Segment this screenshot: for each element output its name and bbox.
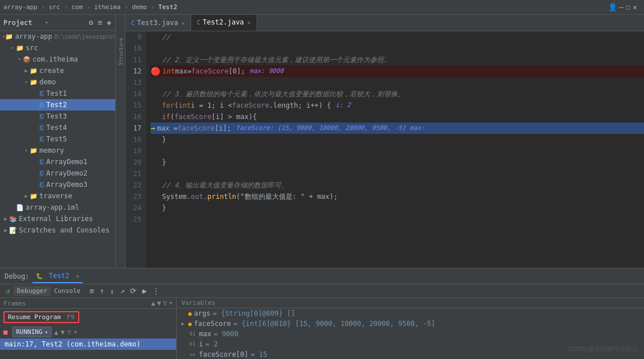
editor-area: C Test3.java ✕ C Test2.java ✕ 9 10 11 12… [125,15,644,268]
editor-tab-bar: C Test3.java ✕ C Test2.java ✕ [125,15,644,31]
thread-controls: ■ RUNNING ▾ ▲ ▼ ▽ + [0,325,176,338]
step-into-btn[interactable]: ↗ [118,285,127,296]
frames-section: Frames ▲ ▼ ▽ + Resume Program F9 ■ [0,298,177,359]
code-line-12: 🔴 int max = faceScore[0]; max: 9000 [151,66,644,77]
code-line-9: // [151,31,644,43]
tab-test3-close[interactable]: ✕ [181,20,185,26]
tab-test2-close[interactable]: ✕ [248,19,251,26]
structure-panel[interactable]: Structure [115,15,125,268]
code-line-11: // 2、定义一个变量用于存储最大值元素，建议使用第一个元素作为参照。 [151,54,644,66]
tree-item-arraydemo2[interactable]: C ArrayDemo2 [0,168,125,179]
code-line-15: for (int i = 1; i < faceScore.length; i+… [151,100,644,111]
var-item-max[interactable]: 01 max = 9000 [177,329,644,339]
code-line-14: // 3、遍历数组的每个元素，依次与最大值变量的数据比较，若较大，则替换。 [151,88,644,100]
tree-item-test4[interactable]: C Test4 [0,122,125,133]
frames-up-btn[interactable]: ▲ [151,299,155,307]
project-tree: ▾ 📁 array-app D:\code\javasepro\array-ap… [0,31,125,268]
tree-item-scratches[interactable]: ▶ 📝 Scratches and Consoles [0,225,125,236]
code-line-17: → max = faceScore[i]; faceScore: [15, 90… [151,123,644,134]
frames-actions: ▲ ▼ ▽ + [151,299,173,307]
thread-dropdown[interactable]: RUNNING ▾ [12,327,52,337]
layout-icon[interactable]: ❖ [106,17,112,28]
breakpoint-icon: 🔴 [151,66,160,77]
code-line-24: } [151,202,644,214]
frames-add-btn[interactable]: + [169,299,173,307]
code-line-10 [151,43,644,54]
console-tab-btn[interactable]: Console [52,286,83,296]
tab-test3-icon: C [131,20,135,26]
thread-add-btn[interactable]: + [74,328,78,336]
frames-filter-btn[interactable]: ▽ [163,299,167,307]
tree-item-memory[interactable]: ▾ 📁 memory [0,145,125,156]
resume-tooltip: Resume Program F9 [3,311,79,323]
stop-thread-btn[interactable]: ■ [3,328,7,336]
thread-filter-btn[interactable]: ▽ [67,328,71,336]
tree-item-test3[interactable]: C Test3 [0,111,125,122]
show-frames-btn[interactable]: ≡ [87,285,96,296]
thread-down-btn[interactable]: ▼ [60,328,64,336]
tree-item-test5[interactable]: C Test5 [0,133,125,145]
list-icon[interactable]: ≡ [97,17,104,28]
code-line-21 [151,168,644,180]
frame-item-main[interactable]: main:17, Test2 (com.itheima.demo) [0,338,176,350]
settings-icon[interactable]: ⚙ [88,17,95,28]
var-item-args[interactable]: ● args = {String[0]@809} [] [177,308,644,319]
tab-test3[interactable]: C Test3.java ✕ [125,15,191,31]
var-item-facescore[interactable]: ▶ ● faceScore = {int[6]@810} [15, 9000, … [177,319,644,329]
close-window-icon[interactable]: ✕ [633,3,637,11]
tab-test2[interactable]: C Test2.java ✕ [191,15,257,31]
code-line-13 [151,77,644,88]
tab-test2-icon: C [197,19,200,26]
code-line-18: } [151,134,644,145]
tree-item-external-libs[interactable]: ▶ 📚 External Libraries [0,213,125,225]
tree-item-array-app[interactable]: ▾ 📁 array-app D:\code\javasepro\array-ap… [0,31,125,42]
thread-up-btn[interactable]: ▲ [54,328,58,336]
watermark: CSDN @苏打饼干没加心 [569,345,638,353]
sidebar-header: Project ▾ ⚙ ≡ ❖ — [0,15,125,31]
restart-debug-btn[interactable]: ↺ [3,285,13,296]
debug-tab-test2[interactable]: 🐛 Test2 ✕ [33,270,83,283]
code-text[interactable]: // // 2、定义一个变量用于存储最大值元素，建议使用第一个元素作为参照。 🔴… [146,31,644,268]
debug-tab-bar: Debug: 🐛 Test2 ✕ [0,268,644,284]
step-over-btn[interactable]: ↓ [108,285,117,296]
tree-item-arraydemo3[interactable]: C ArrayDemo3 [0,179,125,190]
tree-item-create[interactable]: ▶ 📁 create [0,65,125,76]
debugger-tab-btn[interactable]: Debugger [14,286,51,296]
code-line-16: if(faceScore[i] > max){ [151,111,644,123]
debug-label: Debug: [5,272,29,280]
avatar-icon[interactable]: 👤 [608,3,617,11]
tree-item-com-itheima[interactable]: ▾ 📦 com.itheima [0,54,125,65]
tree-item-arraydemo1[interactable]: C ArrayDemo1 [0,156,125,168]
evaluate-btn[interactable]: ▶ [140,285,149,296]
code-editor[interactable]: 9 10 11 12 13 14 15 16 17 18 19 20 21 22… [125,31,644,268]
frames-header: Frames ▲ ▼ ▽ + [0,298,176,309]
tree-item-src[interactable]: ▾ 📁 src [0,42,125,54]
restore-icon[interactable]: ☐ [626,3,630,11]
debug-toolbar: ↺ Debugger Console ≡ ↑ ↓ ↗ ⟳ ▶ ⋮ [0,284,644,298]
code-line-20: } [151,157,644,168]
line-numbers: 9 10 11 12 13 14 15 16 17 18 19 20 21 22… [125,31,146,268]
tree-item-test2[interactable]: C Test2 [0,99,125,111]
frames-down-btn[interactable]: ▼ [157,299,161,307]
debug-tab-close[interactable]: ✕ [76,273,79,279]
code-line-22: // 4、输出最大值变量存储的数据即可。 [151,180,644,191]
code-line-25 [151,214,644,225]
force-step-btn[interactable]: ⟳ [128,285,139,296]
step-out-btn[interactable]: ↑ [98,285,107,296]
vars-header: Variables [177,298,644,308]
tree-item-traverse[interactable]: ▶ 📁 traverse [0,190,125,202]
debug-arrow-icon: → [151,123,155,134]
tree-item-iml[interactable]: 📄 array-app.iml [0,202,125,213]
debug-content: Frames ▲ ▼ ▽ + Resume Program F9 ■ [0,298,644,359]
code-line-19 [151,145,644,157]
minimize-icon[interactable]: — [619,3,624,11]
sidebar-title: Project [3,19,43,27]
code-line-23: System.out.println("数组的最大值是: " + max); [151,191,644,202]
top-actions: 👤 — ☐ ✕ [605,3,641,11]
tree-item-demo[interactable]: ▾ 📁 demo [0,76,125,88]
resume-container: Resume Program F9 [0,309,176,325]
project-sidebar: Project ▾ ⚙ ≡ ❖ — ▾ 📁 array-app D:\code\… [0,15,125,268]
more-btn[interactable]: ⋮ [150,285,162,296]
debug-panel: Debug: 🐛 Test2 ✕ ↺ Debugger Console ≡ ↑ … [0,268,644,359]
tree-item-test1[interactable]: C Test1 [0,88,125,99]
